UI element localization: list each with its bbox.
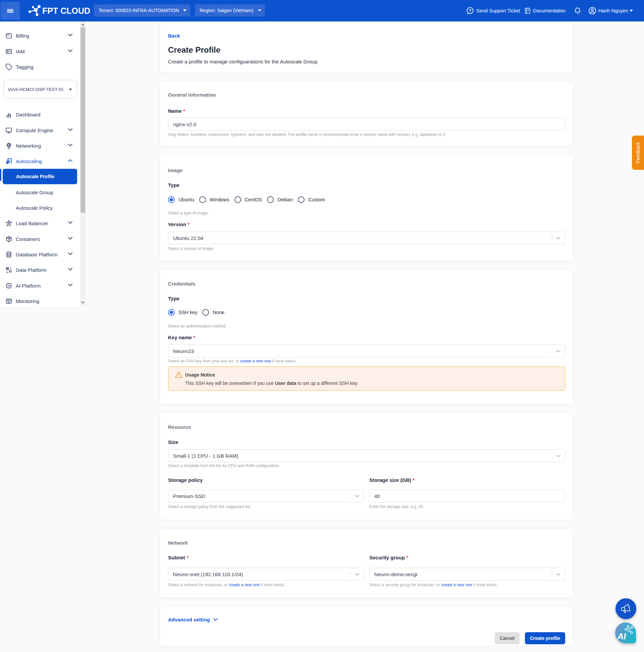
svg-text:?: ? <box>469 8 472 13</box>
svg-text:AI: AI <box>8 284 10 287</box>
